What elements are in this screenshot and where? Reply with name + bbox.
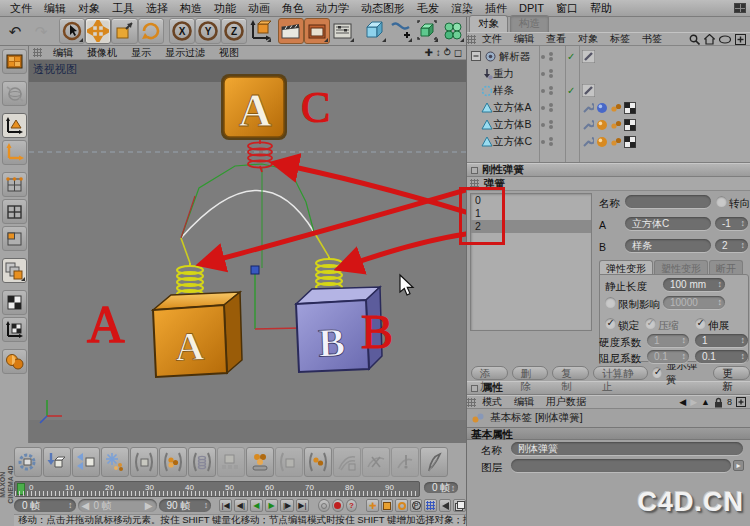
bake-cube-button[interactable]	[275, 447, 303, 477]
redo-button[interactable]: ↷	[28, 18, 54, 44]
play-forward-button[interactable]: ▶	[265, 499, 278, 512]
menu-functions[interactable]: 功能	[208, 1, 242, 16]
lock-icon[interactable]	[714, 397, 723, 408]
pan-view-icon[interactable]: ✚	[424, 47, 432, 58]
a-index-spinner[interactable]: -1	[715, 217, 748, 230]
dynamics-tag-icon[interactable]	[582, 119, 594, 131]
damping-stretch-spinner[interactable]: 0.1	[695, 350, 748, 363]
material-tag-orange-icon[interactable]	[596, 119, 608, 131]
enabled-check-icon[interactable]: ✓	[567, 51, 575, 62]
goto-end-button[interactable]: ▶|	[296, 499, 309, 512]
maximize-view-icon[interactable]: ◻	[454, 47, 462, 58]
texture-tag-icon[interactable]	[624, 119, 636, 131]
feather-tool-button[interactable]	[420, 447, 448, 477]
show-springs-checkbox[interactable]	[652, 367, 662, 378]
add-spring-button[interactable]: 添加	[471, 366, 508, 380]
rigid-spring-section-header[interactable]: 刚性弹簧	[467, 163, 750, 177]
record-scale-toggle[interactable]	[381, 499, 394, 512]
tree-row-cube-c[interactable]: 立方体C	[467, 134, 750, 149]
edge-mode-button[interactable]	[2, 199, 27, 224]
layer-field[interactable]	[511, 459, 731, 472]
sound-toggle[interactable]	[439, 499, 452, 512]
b-index-spinner[interactable]: 2	[715, 239, 748, 252]
menu-tools[interactable]: 工具	[106, 1, 140, 16]
panel-grip[interactable]	[33, 48, 42, 57]
hair-tool-1-button[interactable]	[333, 447, 361, 477]
a-object-field[interactable]: 立方体C	[625, 217, 711, 230]
om-menu-file[interactable]: 文件	[476, 32, 508, 46]
steer-checkbox[interactable]	[716, 196, 727, 207]
connect-balls-button[interactable]	[246, 447, 274, 477]
spring-bracket-button[interactable]	[188, 447, 216, 477]
menu-selection[interactable]: 选择	[140, 1, 174, 16]
enabled-check-icon[interactable]: ✓	[567, 85, 575, 96]
home-icon[interactable]	[704, 34, 715, 45]
attr-menu-edit[interactable]: 编辑	[508, 395, 540, 409]
menu-objects[interactable]: 对象	[72, 1, 106, 16]
menu-character[interactable]: 角色	[276, 1, 310, 16]
render-settings-button[interactable]	[330, 18, 356, 44]
texture-mode-button[interactable]	[2, 258, 27, 283]
vp-menu-view[interactable]: 视图	[212, 46, 246, 60]
record-position-button[interactable]	[318, 499, 330, 512]
calc-rest-button[interactable]: 计算静止	[593, 366, 648, 380]
record-parameter-toggle[interactable]: P	[410, 499, 423, 512]
search-icon[interactable]	[689, 34, 700, 45]
coordinate-system-button[interactable]	[247, 18, 273, 44]
lock-y-button[interactable]: Y	[195, 18, 221, 44]
spring-tag-icon[interactable]	[610, 119, 622, 131]
menu-dynamics[interactable]: 动力学	[310, 1, 355, 16]
collapse-box-icon[interactable]	[471, 385, 478, 392]
tree-row-gravity[interactable]: 重力	[467, 66, 750, 81]
stiffness-compress-spinner[interactable]: 1	[647, 334, 689, 347]
spring-name-field[interactable]	[625, 195, 711, 208]
attr-menu-mode[interactable]: 模式	[476, 395, 508, 409]
stretch-checkbox[interactable]	[695, 318, 706, 329]
collapse-box-icon[interactable]	[471, 167, 478, 174]
tab-objects[interactable]: 对象	[469, 15, 508, 32]
tab-structure[interactable]: 构造	[510, 15, 549, 32]
panel-grip[interactable]	[467, 398, 476, 407]
layout-switch-icon[interactable]	[734, 3, 746, 13]
lock-z-button[interactable]: Z	[221, 18, 247, 44]
bake-particles-button[interactable]	[304, 447, 332, 477]
om-menu-bookmarks[interactable]: 书签	[636, 32, 668, 46]
frame-range-slider[interactable]: ◀ 0 帧 ▶	[78, 499, 157, 512]
render-view-button[interactable]	[278, 18, 304, 44]
make-editable-button[interactable]	[2, 49, 27, 74]
menu-window[interactable]: 窗口	[550, 1, 584, 16]
om-menu-view[interactable]: 查看	[540, 32, 572, 46]
expand-icon[interactable]	[471, 51, 482, 62]
menu-hair[interactable]: 毛发	[411, 1, 445, 16]
limit-checkbox[interactable]	[605, 297, 616, 308]
delete-spring-button[interactable]: 删除	[512, 366, 549, 380]
lock-checkbox[interactable]	[605, 318, 616, 329]
world-coordinates-button[interactable]	[2, 81, 27, 106]
undo-button[interactable]: ↶	[2, 18, 28, 44]
vp-menu-edit[interactable]: 编辑	[46, 46, 80, 60]
expression-tag-icon[interactable]	[582, 84, 595, 97]
menu-dpit[interactable]: DPIT	[513, 2, 550, 14]
add-spline-button[interactable]	[388, 18, 414, 44]
menu-help[interactable]: 帮助	[584, 1, 618, 16]
expression-tag-icon[interactable]	[582, 50, 595, 63]
play-backward-button[interactable]: ◀	[250, 499, 263, 512]
record-position-toggle[interactable]: ✚	[366, 499, 379, 512]
texture-tag-icon[interactable]	[624, 102, 636, 114]
set-initial-state-button[interactable]	[43, 447, 71, 477]
prev-key-button[interactable]: ◀|	[234, 499, 247, 512]
copy-spring-button[interactable]: 复制	[552, 366, 589, 380]
polygon-mode-button[interactable]	[2, 226, 27, 251]
hair-tool-3-button[interactable]	[391, 447, 419, 477]
texture-axis-mode-button[interactable]	[2, 317, 27, 342]
damping-compress-spinner[interactable]: 0.1	[647, 350, 689, 363]
material-tag-blue-icon[interactable]	[596, 102, 608, 114]
menu-edit[interactable]: 编辑	[38, 1, 72, 16]
viewport-canvas[interactable]: 透视视图	[29, 60, 466, 443]
reset-initial-state-button[interactable]	[72, 447, 100, 477]
vp-menu-display[interactable]: 显示	[124, 46, 158, 60]
new-panel-icon[interactable]	[735, 34, 746, 45]
spring-tag-icon[interactable]	[610, 136, 622, 148]
vp-menu-camera[interactable]: 摄像机	[80, 46, 124, 60]
uv-mode-button[interactable]	[2, 290, 27, 315]
